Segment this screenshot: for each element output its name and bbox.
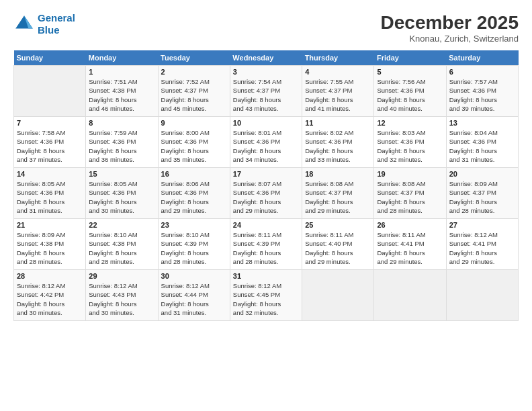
day-info: Sunrise: 8:11 AMSunset: 4:40 PMDaylight:… — [305, 230, 371, 266]
day-cell: 1Sunrise: 7:51 AMSunset: 4:38 PMDaylight… — [86, 66, 158, 117]
day-cell — [14, 66, 86, 117]
day-number: 3 — [233, 68, 299, 76]
week-row: 14Sunrise: 8:05 AMSunset: 4:36 PMDayligh… — [14, 168, 519, 219]
day-info: Sunrise: 8:04 AMSunset: 4:36 PMDaylight:… — [449, 128, 515, 164]
day-info: Sunrise: 8:12 AMSunset: 4:44 PMDaylight:… — [161, 281, 227, 317]
day-cell: 15Sunrise: 8:05 AMSunset: 4:36 PMDayligh… — [86, 168, 158, 219]
day-cell: 4Sunrise: 7:55 AMSunset: 4:37 PMDaylight… — [302, 66, 374, 117]
week-row: 7Sunrise: 7:58 AMSunset: 4:36 PMDaylight… — [14, 117, 519, 168]
day-number: 25 — [305, 221, 371, 229]
day-info: Sunrise: 7:52 AMSunset: 4:37 PMDaylight:… — [161, 77, 227, 113]
header-cell: Sunday — [14, 50, 86, 66]
day-cell: 22Sunrise: 8:10 AMSunset: 4:38 PMDayligh… — [86, 219, 158, 270]
day-number: 14 — [17, 170, 83, 178]
day-cell: 26Sunrise: 8:11 AMSunset: 4:41 PMDayligh… — [374, 219, 446, 270]
day-number: 29 — [89, 272, 154, 280]
day-info: Sunrise: 7:58 AMSunset: 4:36 PMDaylight:… — [17, 128, 83, 164]
day-cell: 13Sunrise: 8:04 AMSunset: 4:36 PMDayligh… — [446, 117, 518, 168]
day-cell — [302, 270, 374, 321]
page: General Blue December 2025 Knonau, Zuric… — [0, 0, 532, 411]
week-row: 21Sunrise: 8:09 AMSunset: 4:38 PMDayligh… — [14, 219, 519, 270]
day-cell: 24Sunrise: 8:11 AMSunset: 4:39 PMDayligh… — [230, 219, 302, 270]
day-number: 8 — [89, 119, 154, 127]
day-number: 26 — [377, 221, 443, 229]
day-cell: 25Sunrise: 8:11 AMSunset: 4:40 PMDayligh… — [302, 219, 374, 270]
day-number: 20 — [449, 170, 515, 178]
day-info: Sunrise: 8:08 AMSunset: 4:37 PMDaylight:… — [305, 179, 371, 215]
day-info: Sunrise: 8:05 AMSunset: 4:36 PMDaylight:… — [89, 179, 154, 215]
day-cell: 3Sunrise: 7:54 AMSunset: 4:37 PMDaylight… — [230, 66, 302, 117]
week-row: 28Sunrise: 8:12 AMSunset: 4:42 PMDayligh… — [14, 270, 519, 321]
day-info: Sunrise: 7:55 AMSunset: 4:37 PMDaylight:… — [305, 77, 371, 113]
title-block: December 2025 Knonau, Zurich, Switzerlan… — [381, 12, 519, 44]
day-cell: 6Sunrise: 7:57 AMSunset: 4:36 PMDaylight… — [446, 66, 518, 117]
calendar-table: SundayMondayTuesdayWednesdayThursdayFrid… — [13, 50, 519, 321]
day-cell — [446, 270, 518, 321]
day-info: Sunrise: 8:12 AMSunset: 4:45 PMDaylight:… — [233, 281, 299, 317]
day-number: 24 — [233, 221, 299, 229]
day-number: 10 — [233, 119, 299, 127]
header-cell: Friday — [374, 50, 446, 66]
day-number: 15 — [89, 170, 154, 178]
day-info: Sunrise: 8:12 AMSunset: 4:42 PMDaylight:… — [17, 281, 83, 317]
calendar-body: 1Sunrise: 7:51 AMSunset: 4:38 PMDaylight… — [14, 66, 519, 321]
day-info: Sunrise: 8:08 AMSunset: 4:37 PMDaylight:… — [377, 179, 443, 215]
day-number: 13 — [449, 119, 515, 127]
day-cell: 29Sunrise: 8:12 AMSunset: 4:43 PMDayligh… — [86, 270, 158, 321]
day-number: 1 — [89, 68, 154, 76]
header-row: SundayMondayTuesdayWednesdayThursdayFrid… — [14, 50, 519, 66]
day-info: Sunrise: 8:10 AMSunset: 4:38 PMDaylight:… — [89, 230, 154, 266]
day-info: Sunrise: 8:02 AMSunset: 4:36 PMDaylight:… — [305, 128, 371, 164]
day-cell: 17Sunrise: 8:07 AMSunset: 4:36 PMDayligh… — [230, 168, 302, 219]
day-info: Sunrise: 7:57 AMSunset: 4:36 PMDaylight:… — [449, 77, 515, 113]
day-cell: 31Sunrise: 8:12 AMSunset: 4:45 PMDayligh… — [230, 270, 302, 321]
day-cell: 18Sunrise: 8:08 AMSunset: 4:37 PMDayligh… — [302, 168, 374, 219]
day-number: 28 — [17, 272, 83, 280]
day-info: Sunrise: 8:11 AMSunset: 4:39 PMDaylight:… — [233, 230, 299, 266]
day-info: Sunrise: 7:59 AMSunset: 4:36 PMDaylight:… — [89, 128, 154, 164]
day-number: 7 — [17, 119, 83, 127]
day-cell: 10Sunrise: 8:01 AMSunset: 4:36 PMDayligh… — [230, 117, 302, 168]
day-number: 30 — [161, 272, 227, 280]
day-cell: 16Sunrise: 8:06 AMSunset: 4:36 PMDayligh… — [158, 168, 230, 219]
header: General Blue December 2025 Knonau, Zuric… — [13, 12, 519, 44]
day-info: Sunrise: 8:06 AMSunset: 4:36 PMDaylight:… — [161, 179, 227, 215]
logo-line2: Blue — [38, 24, 75, 36]
day-info: Sunrise: 7:56 AMSunset: 4:36 PMDaylight:… — [377, 77, 443, 113]
day-number: 11 — [305, 119, 371, 127]
day-number: 12 — [377, 119, 443, 127]
day-number: 9 — [161, 119, 227, 127]
day-cell: 21Sunrise: 8:09 AMSunset: 4:38 PMDayligh… — [14, 219, 86, 270]
header-cell: Thursday — [302, 50, 374, 66]
day-cell: 11Sunrise: 8:02 AMSunset: 4:36 PMDayligh… — [302, 117, 374, 168]
header-cell: Wednesday — [230, 50, 302, 66]
day-cell: 27Sunrise: 8:12 AMSunset: 4:41 PMDayligh… — [446, 219, 518, 270]
day-number: 4 — [305, 68, 371, 76]
day-cell: 14Sunrise: 8:05 AMSunset: 4:36 PMDayligh… — [14, 168, 86, 219]
day-info: Sunrise: 8:00 AMSunset: 4:36 PMDaylight:… — [161, 128, 227, 164]
day-cell: 2Sunrise: 7:52 AMSunset: 4:37 PMDaylight… — [158, 66, 230, 117]
day-number: 6 — [449, 68, 515, 76]
day-number: 31 — [233, 272, 299, 280]
calendar-header: SundayMondayTuesdayWednesdayThursdayFrid… — [14, 50, 519, 66]
day-cell: 8Sunrise: 7:59 AMSunset: 4:36 PMDaylight… — [86, 117, 158, 168]
day-cell: 7Sunrise: 7:58 AMSunset: 4:36 PMDaylight… — [14, 117, 86, 168]
day-number: 16 — [161, 170, 227, 178]
day-info: Sunrise: 8:12 AMSunset: 4:41 PMDaylight:… — [449, 230, 515, 266]
day-info: Sunrise: 8:12 AMSunset: 4:43 PMDaylight:… — [89, 281, 154, 317]
day-info: Sunrise: 8:01 AMSunset: 4:36 PMDaylight:… — [233, 128, 299, 164]
day-info: Sunrise: 8:07 AMSunset: 4:36 PMDaylight:… — [233, 179, 299, 215]
main-title: December 2025 — [381, 12, 519, 34]
day-number: 23 — [161, 221, 227, 229]
day-cell: 9Sunrise: 8:00 AMSunset: 4:36 PMDaylight… — [158, 117, 230, 168]
logo: General Blue — [13, 12, 75, 36]
header-cell: Monday — [86, 50, 158, 66]
day-number: 27 — [449, 221, 515, 229]
day-number: 19 — [377, 170, 443, 178]
day-cell: 12Sunrise: 8:03 AMSunset: 4:36 PMDayligh… — [374, 117, 446, 168]
header-cell: Saturday — [446, 50, 518, 66]
day-number: 21 — [17, 221, 83, 229]
day-cell: 23Sunrise: 8:10 AMSunset: 4:39 PMDayligh… — [158, 219, 230, 270]
day-info: Sunrise: 8:03 AMSunset: 4:36 PMDaylight:… — [377, 128, 443, 164]
day-cell: 30Sunrise: 8:12 AMSunset: 4:44 PMDayligh… — [158, 270, 230, 321]
